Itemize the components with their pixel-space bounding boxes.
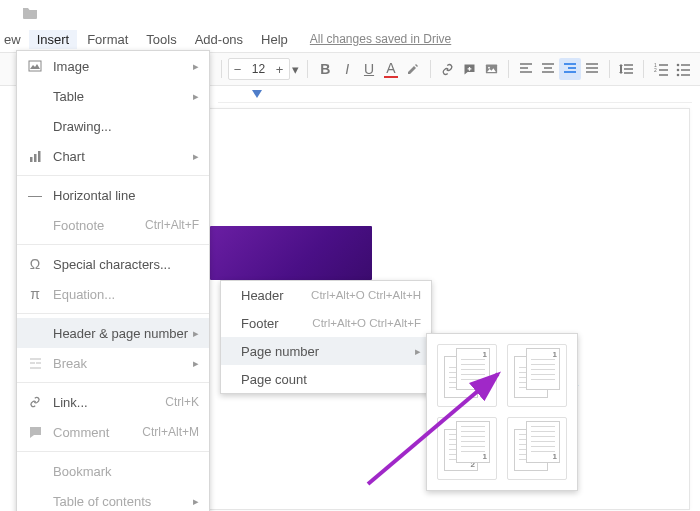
- svg-text:2: 2: [654, 67, 657, 73]
- menu-format[interactable]: Format: [79, 30, 136, 49]
- insert-image-button[interactable]: [480, 58, 502, 80]
- ruler: [218, 88, 692, 103]
- menu-item-chart[interactable]: Chart▸: [17, 141, 209, 171]
- svg-rect-10: [38, 151, 41, 162]
- submenu-header[interactable]: HeaderCtrl+Alt+O Ctrl+Alt+H: [221, 281, 431, 309]
- menu-item-break[interactable]: Break▸: [17, 348, 209, 378]
- svg-point-4: [676, 63, 679, 66]
- line-spacing-button[interactable]: [616, 58, 638, 80]
- chart-icon: [25, 150, 45, 163]
- menu-insert[interactable]: Insert: [29, 30, 78, 49]
- svg-rect-9: [34, 154, 37, 162]
- menu-item-image[interactable]: Image▸: [17, 51, 209, 81]
- header-page-number-submenu: HeaderCtrl+Alt+O Ctrl+Alt+H FooterCtrl+A…: [220, 280, 432, 394]
- page-number-bottom-right[interactable]: 2 1: [437, 417, 497, 480]
- menu-item-horizontal-line[interactable]: —Horizontal line: [17, 180, 209, 210]
- folder-icon: [22, 6, 38, 23]
- chevron-right-icon: ▸: [193, 150, 199, 163]
- menu-item-comment[interactable]: CommentCtrl+Alt+M: [17, 417, 209, 447]
- bold-button[interactable]: B: [314, 58, 336, 80]
- menu-item-link[interactable]: Link...Ctrl+K: [17, 387, 209, 417]
- svg-point-6: [676, 73, 679, 76]
- menu-item-header-page-number[interactable]: Header & page number▸: [17, 318, 209, 348]
- menu-item-table[interactable]: Table▸: [17, 81, 209, 111]
- menu-item-equation[interactable]: πEquation...: [17, 279, 209, 309]
- comment-icon: [25, 426, 45, 439]
- chevron-down-icon[interactable]: ▾: [290, 62, 302, 77]
- link-icon: [25, 395, 45, 409]
- align-justify-button[interactable]: [581, 58, 603, 80]
- chevron-right-icon: ▸: [193, 60, 199, 73]
- image-icon: [25, 59, 45, 73]
- svg-point-1: [488, 66, 490, 68]
- page-number-bottom-right-skip-first[interactable]: 1: [507, 417, 567, 480]
- purple-rectangle: [210, 226, 372, 280]
- underline-button[interactable]: U: [358, 58, 380, 80]
- text-color-button[interactable]: A: [380, 58, 402, 80]
- numbered-list-button[interactable]: 12: [650, 58, 672, 80]
- submenu-page-count[interactable]: Page count: [221, 365, 431, 393]
- menu-addons[interactable]: Add-ons: [187, 30, 251, 49]
- indent-marker-icon[interactable]: [252, 90, 262, 100]
- insert-link-button[interactable]: [437, 58, 459, 80]
- align-right-button[interactable]: [559, 58, 581, 80]
- page-number-options: 2 1 1 2 1 1: [426, 333, 578, 491]
- page-number-top-right-skip-first[interactable]: 1: [507, 344, 567, 407]
- menu-view[interactable]: ew: [0, 30, 27, 49]
- menubar: ew Insert Format Tools Add-ons Help All …: [0, 28, 451, 50]
- chevron-right-icon: ▸: [415, 345, 421, 358]
- add-comment-button[interactable]: [458, 58, 480, 80]
- highlight-button[interactable]: [402, 58, 424, 80]
- menu-help[interactable]: Help: [253, 30, 296, 49]
- menu-tools[interactable]: Tools: [138, 30, 184, 49]
- svg-point-5: [676, 68, 679, 71]
- submenu-page-number[interactable]: Page number▸: [221, 337, 431, 365]
- omega-icon: Ω: [25, 256, 45, 272]
- submenu-footer[interactable]: FooterCtrl+Alt+O Ctrl+Alt+F: [221, 309, 431, 337]
- menu-item-drawing[interactable]: Drawing...: [17, 111, 209, 141]
- bulleted-list-button[interactable]: [672, 58, 694, 80]
- save-status: All changes saved in Drive: [310, 32, 451, 46]
- svg-rect-7: [29, 61, 41, 71]
- menu-item-table-of-contents[interactable]: Table of contents▸: [17, 486, 209, 511]
- pi-icon: π: [25, 286, 45, 302]
- menu-item-special-characters[interactable]: ΩSpecial characters...: [17, 249, 209, 279]
- chevron-right-icon: ▸: [193, 90, 199, 103]
- page-number-top-right[interactable]: 2 1: [437, 344, 497, 407]
- menu-item-footnote[interactable]: FootnoteCtrl+Alt+F: [17, 210, 209, 240]
- chevron-right-icon: ▸: [193, 327, 199, 340]
- menu-item-bookmark[interactable]: Bookmark: [17, 456, 209, 486]
- font-size-control[interactable]: −12+: [228, 58, 290, 80]
- chevron-right-icon: ▸: [193, 495, 199, 508]
- line-icon: —: [25, 187, 45, 203]
- italic-button[interactable]: I: [336, 58, 358, 80]
- chevron-right-icon: ▸: [193, 357, 199, 370]
- align-left-button[interactable]: [515, 58, 537, 80]
- svg-rect-8: [30, 157, 33, 162]
- align-center-button[interactable]: [537, 58, 559, 80]
- break-icon: [25, 357, 45, 370]
- insert-menu-dropdown: Image▸ Table▸ Drawing... Chart▸ —Horizon…: [16, 50, 210, 511]
